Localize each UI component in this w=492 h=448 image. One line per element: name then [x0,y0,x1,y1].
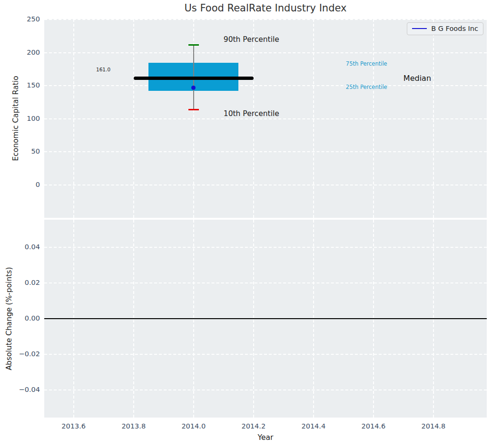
y-tick-label: −0.02 [11,350,40,358]
annotation-10th-percentile: 10th Percentile [224,109,279,118]
x-tick-label: 2013.8 [117,422,150,430]
x-tick-label: 2013.6 [57,422,90,430]
x-tick-label: 2014.6 [357,422,390,430]
y-gridline [44,19,487,20]
y-gridline [44,185,487,185]
legend-label: B G Foods Inc [431,25,478,32]
y-tick-label: 200 [11,49,40,56]
y-tick-label: 0 [11,181,40,188]
legend: B G Foods Inc [407,22,483,35]
annotation-median-value: 161.0 [96,67,110,72]
y-tick-label: −0.04 [11,386,40,393]
chart-title: Us Food RealRate Industry Index [44,2,487,14]
y-tick-label: 50 [11,147,40,155]
y-tick-label: 150 [11,81,40,89]
annotation-75th-percentile: 75th Percentile [346,60,387,67]
legend-line-swatch [412,28,427,29]
bottom-plot-area [44,220,487,418]
median-line [134,77,254,80]
p10-cap [188,109,199,111]
p90-cap [188,44,199,46]
annotation-90th-percentile: 90th Percentile [224,35,279,44]
y-gridline [44,118,487,119]
top-plot-area: B G Foods Inc 90th Percentile10th Percen… [44,19,487,218]
y-gridline [44,390,487,390]
x-axis-label: Year [44,433,487,442]
figure-canvas: Us Food RealRate Industry Index B G Food… [0,0,492,448]
y-gridline [44,354,487,355]
zero-line [44,318,487,319]
x-tick-label: 2014.0 [177,422,210,430]
y-tick-label: 0.00 [11,314,40,322]
y-tick-label: 250 [11,15,40,23]
y-gridline [44,247,487,248]
x-tick-label: 2014.2 [237,422,270,430]
y-tick-label: 0.04 [11,243,40,251]
annotation-25th-percentile: 25th Percentile [346,84,387,90]
y-gridline [44,85,487,86]
x-tick-label: 2014.8 [417,422,450,430]
y-gridline [44,151,487,152]
y-tick-label: 0.02 [11,279,40,286]
x-tick-label: 2014.4 [297,422,330,430]
y-gridline [44,282,487,283]
y-gridline [44,52,487,53]
annotation-median: Median [403,73,431,82]
y-tick-label: 100 [11,115,40,122]
